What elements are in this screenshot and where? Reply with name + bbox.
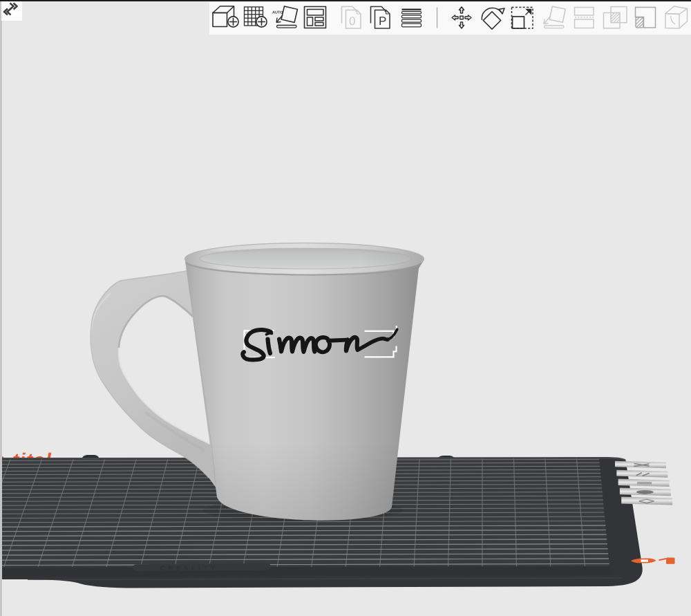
svg-text:0: 0 <box>349 15 355 28</box>
svg-text:AUTO: AUTO <box>272 10 283 15</box>
svg-text:P: P <box>379 15 386 28</box>
svg-text:CREALITY: CREALITY <box>160 563 218 572</box>
